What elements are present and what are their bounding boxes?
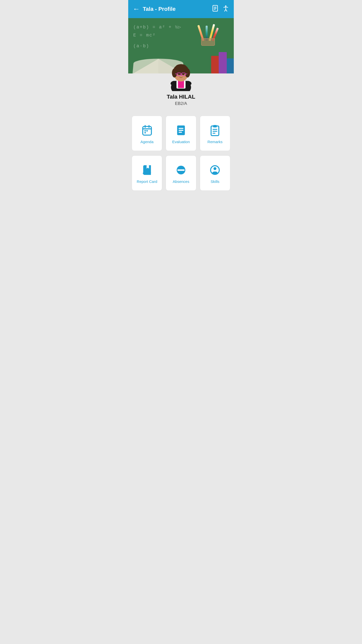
evaluation-icon <box>175 125 187 136</box>
svg-rect-35 <box>213 125 217 127</box>
header-left: ← Tala - Profile <box>133 6 175 13</box>
books-stack <box>211 52 234 73</box>
card-remarks[interactable]: Remarks <box>200 116 230 151</box>
svg-point-29 <box>144 132 146 133</box>
card-evaluation[interactable]: Evaluation <box>166 116 196 151</box>
avatar <box>163 56 199 91</box>
svg-point-27 <box>144 130 146 132</box>
profile-name: Tala HILAL <box>167 94 195 100</box>
svg-point-42 <box>214 167 217 170</box>
svg-point-12 <box>172 68 177 77</box>
svg-point-13 <box>185 68 190 77</box>
report-card-label: Report Card <box>137 179 157 184</box>
remarks-icon <box>209 125 221 136</box>
cards-grid-row2: Report Card Absences Skills <box>128 155 234 195</box>
skills-label: Skills <box>211 179 219 184</box>
card-absences[interactable]: Absences <box>166 155 196 191</box>
report-card-icon <box>141 164 153 176</box>
svg-point-19 <box>178 73 180 75</box>
teacher-avatar-svg <box>163 56 199 91</box>
back-button[interactable]: ← <box>133 6 140 13</box>
svg-point-28 <box>146 130 148 132</box>
bottom-space <box>128 195 234 220</box>
app-header: ← Tala - Profile <box>128 0 234 18</box>
svg-point-4 <box>225 5 227 7</box>
remarks-label: Remarks <box>207 140 222 144</box>
page-title: Tala - Profile <box>143 6 175 12</box>
card-skills[interactable]: Skills <box>200 155 230 191</box>
accessibility-icon[interactable] <box>222 5 229 14</box>
profile-class: EB2/A <box>175 101 187 106</box>
absences-label: Absences <box>173 179 189 184</box>
agenda-label: Agenda <box>141 140 154 144</box>
card-agenda[interactable]: Agenda <box>132 116 162 151</box>
profile-section: Tala HILAL EB2/A <box>128 73 234 111</box>
svg-point-20 <box>183 73 184 75</box>
skills-icon <box>209 164 221 176</box>
card-report-card[interactable]: Report Card <box>132 155 162 191</box>
header-actions <box>212 5 229 14</box>
document-icon[interactable] <box>212 5 219 14</box>
chalkboard-text: (a+b) = a² + ½▷ E = mc² (a·b) <box>133 23 182 50</box>
calendar-icon <box>141 125 153 136</box>
cards-grid-row1: Agenda Evaluation Remarks <box>128 111 234 155</box>
absences-icon <box>175 164 187 176</box>
pencil-cup-decoration <box>201 23 219 46</box>
svg-point-11 <box>175 64 187 70</box>
evaluation-label: Evaluation <box>172 140 190 144</box>
svg-rect-7 <box>178 80 184 88</box>
